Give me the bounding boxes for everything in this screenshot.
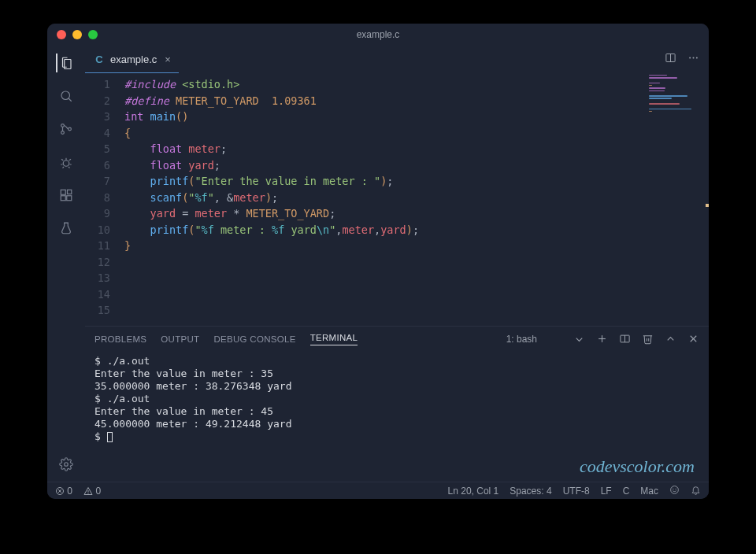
svg-point-15 — [693, 57, 695, 59]
settings-gear-icon[interactable] — [57, 455, 76, 474]
svg-point-30 — [676, 489, 676, 489]
code-line[interactable]: scanf("%f", &meter); — [124, 190, 646, 206]
warning-count: 0 — [95, 486, 101, 497]
feedback-icon[interactable] — [669, 485, 680, 497]
code-content[interactable]: #include <stdio.h>#define METER_TO_YARD … — [124, 73, 646, 326]
status-os[interactable]: Mac — [640, 486, 658, 497]
svg-point-29 — [673, 489, 674, 489]
svg-rect-7 — [61, 196, 65, 201]
code-line[interactable]: float meter; — [124, 141, 646, 157]
terminal-line: Enter the value in meter : 45 — [94, 405, 699, 418]
line-number: 11 — [85, 238, 110, 254]
svg-point-4 — [69, 127, 72, 131]
line-number: 12 — [85, 254, 110, 271]
line-number: 6 — [85, 157, 110, 174]
body-area: C example.c × 123456789101112131415 #inc… — [47, 46, 709, 482]
explorer-icon[interactable] — [56, 54, 75, 72]
status-warnings[interactable]: 0 — [83, 486, 101, 497]
code-line[interactable]: #include <stdio.h> — [124, 76, 646, 93]
status-errors[interactable]: 0 — [55, 486, 72, 497]
code-editor[interactable]: 123456789101112131415 #include <stdio.h>… — [85, 73, 709, 326]
panel-tabs: PROBLEMS OUTPUT DEBUG CONSOLE TERMINAL 1… — [85, 327, 709, 352]
close-tab-icon[interactable]: × — [161, 54, 171, 65]
editor-window: example.c — [47, 24, 709, 499]
split-editor-icon[interactable] — [665, 52, 676, 67]
split-terminal-icon[interactable] — [619, 333, 631, 346]
new-terminal-icon[interactable] — [596, 333, 608, 346]
chevron-down-icon — [573, 334, 585, 345]
code-line[interactable]: { — [124, 125, 646, 142]
terminal-selector[interactable]: 1: bash — [506, 334, 585, 345]
maximize-panel-icon[interactable] — [665, 333, 676, 346]
terminal-cursor — [107, 432, 113, 442]
line-number: 3 — [85, 109, 110, 125]
search-icon[interactable] — [57, 87, 76, 105]
line-number: 10 — [85, 222, 110, 238]
close-panel-icon[interactable] — [687, 333, 699, 346]
tab-example-c[interactable]: C example.c × — [85, 46, 179, 73]
line-number: 8 — [85, 190, 110, 206]
more-actions-icon[interactable] — [687, 52, 699, 67]
terminal-line: $ ./a.out — [94, 355, 699, 367]
code-line[interactable]: printf("Enter the value in meter : "); — [124, 173, 646, 190]
terminal-prompt[interactable]: $ — [94, 430, 699, 443]
status-encoding[interactable]: UTF-8 — [563, 486, 590, 497]
svg-point-16 — [696, 57, 698, 59]
terminal-line: 35.000000 meter : 38.276348 yard — [94, 380, 699, 393]
line-number: 15 — [85, 302, 110, 319]
svg-rect-6 — [61, 190, 65, 194]
svg-line-1 — [69, 98, 72, 102]
svg-point-14 — [689, 57, 691, 59]
svg-point-0 — [61, 91, 70, 100]
svg-point-27 — [88, 493, 89, 493]
line-number: 14 — [85, 286, 110, 303]
titlebar[interactable]: example.c — [47, 24, 709, 46]
svg-point-5 — [63, 161, 69, 167]
line-number: 7 — [85, 173, 110, 190]
terminal-line: 45.000000 meter : 49.212448 yard — [94, 418, 699, 430]
tab-label: example.c — [110, 54, 157, 65]
line-number: 9 — [85, 205, 110, 222]
line-number: 5 — [85, 141, 110, 157]
minimap[interactable] — [646, 73, 709, 326]
overview-ruler-mark — [706, 204, 709, 207]
status-spaces[interactable]: Spaces: 4 — [510, 486, 551, 497]
error-count: 0 — [67, 486, 72, 497]
watermark-text: codevscolor.com — [580, 456, 695, 477]
tab-debug-console[interactable]: DEBUG CONSOLE — [213, 334, 295, 344]
notifications-icon[interactable] — [691, 485, 701, 497]
line-number: 13 — [85, 270, 110, 286]
svg-point-3 — [61, 131, 65, 135]
kill-terminal-icon[interactable] — [642, 333, 654, 346]
status-cursor[interactable]: Ln 20, Col 1 — [448, 486, 499, 497]
status-language[interactable]: C — [623, 486, 630, 497]
source-control-icon[interactable] — [57, 120, 76, 138]
code-line[interactable]: yard = meter * METER_TO_YARD; — [124, 205, 646, 222]
terminal-line: $ ./a.out — [94, 393, 699, 405]
svg-point-11 — [65, 463, 69, 467]
code-line[interactable]: float yard; — [124, 157, 646, 174]
tab-terminal[interactable]: TERMINAL — [310, 333, 358, 345]
extensions-icon[interactable] — [57, 186, 76, 205]
svg-rect-8 — [67, 196, 72, 201]
debug-icon[interactable] — [57, 153, 76, 172]
terminal-selector-label: 1: bash — [506, 334, 537, 345]
tab-row: C example.c × — [85, 46, 709, 73]
line-number: 1 — [85, 76, 110, 93]
svg-point-28 — [671, 486, 679, 493]
tab-output[interactable]: OUTPUT — [161, 334, 199, 344]
code-line[interactable]: printf("%f meter : %f yard\n",meter,yard… — [124, 222, 646, 238]
status-eol[interactable]: LF — [601, 486, 612, 497]
c-file-icon: C — [93, 53, 106, 65]
code-line[interactable]: } — [124, 238, 646, 254]
svg-rect-9 — [68, 190, 72, 194]
tab-problems[interactable]: PROBLEMS — [94, 334, 146, 344]
code-line[interactable]: int main() — [124, 109, 646, 125]
code-line[interactable]: #define METER_TO_YARD 1.09361 — [124, 93, 646, 109]
status-bar: 0 0 Ln 20, Col 1 Spaces: 4 UTF-8 LF C Ma… — [47, 482, 709, 499]
testing-icon[interactable] — [57, 219, 76, 238]
svg-point-2 — [61, 124, 65, 127]
line-gutter: 123456789101112131415 — [85, 73, 124, 326]
activity-bar — [47, 46, 85, 482]
window-title: example.c — [47, 29, 709, 40]
